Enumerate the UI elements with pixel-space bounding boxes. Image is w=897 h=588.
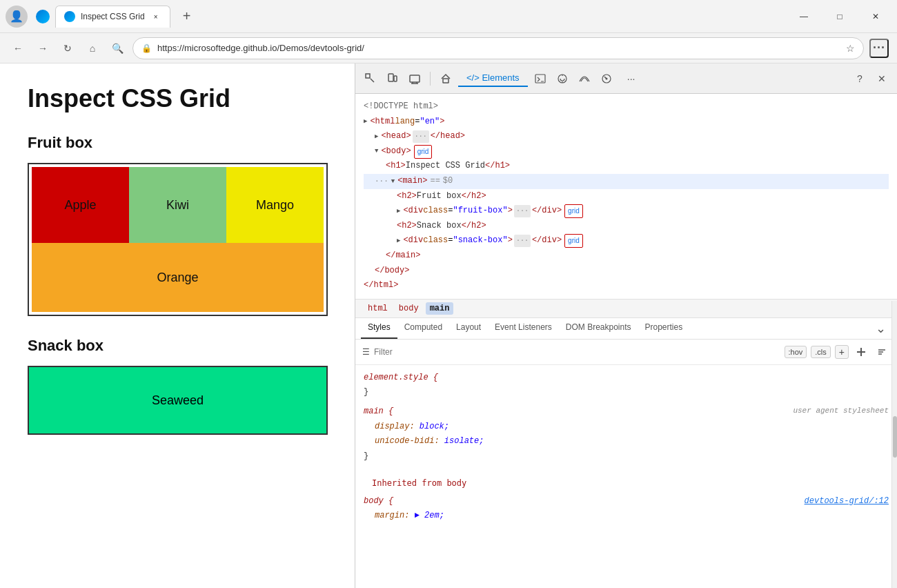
performance-tab-button[interactable]	[597, 69, 616, 88]
tab-close-button[interactable]: ×	[150, 11, 161, 22]
mango-item: Mango	[226, 167, 324, 243]
window-controls: — □ ✕	[788, 6, 891, 28]
svg-rect-1	[388, 74, 393, 81]
sources-tab-button[interactable]	[553, 69, 572, 88]
minimize-button[interactable]: —	[788, 6, 820, 28]
more-options-button[interactable]: ···	[869, 39, 889, 58]
devtools-toolbar: </> Elements ··· ? ✕	[355, 63, 897, 94]
properties-tab[interactable]: Properties	[638, 318, 690, 339]
collapse-icon[interactable]: ▶	[375, 131, 378, 142]
home-devtools-button[interactable]	[436, 69, 455, 88]
body-rule: body { devtools-grid/:12 margin: ► 2em;	[364, 494, 889, 524]
dom-doctype: <!DOCTYPE html>	[364, 99, 889, 115]
collapse-icon[interactable]: ▼	[391, 176, 395, 187]
device-emulation-button[interactable]	[383, 69, 402, 88]
snack-grid: Seaweed	[28, 366, 328, 435]
fruit-grid-badge[interactable]: grid	[564, 204, 583, 218]
back-button[interactable]: ←	[8, 39, 28, 58]
help-button[interactable]: ?	[850, 69, 869, 88]
toggle-element-state-button[interactable]	[874, 344, 890, 360]
console-tab-button[interactable]	[531, 69, 550, 88]
tab-title: Inspect CSS Grid	[81, 12, 145, 21]
screencast-button[interactable]	[405, 69, 424, 88]
styles-tab[interactable]: Styles	[361, 318, 397, 339]
page-title: Inspect CSS Grid	[28, 84, 327, 113]
close-devtools-button[interactable]: ✕	[872, 69, 891, 88]
user-agent-rule: main { user agent stylesheet display: bl…	[364, 404, 889, 464]
new-tab-button[interactable]: +	[176, 6, 198, 28]
browser-tab[interactable]: Inspect CSS Grid ×	[55, 6, 170, 28]
forward-button[interactable]: →	[33, 39, 52, 58]
dom-head[interactable]: ▶ <head> ··· </head>	[364, 129, 889, 144]
snack-grid-badge[interactable]: grid	[564, 234, 583, 248]
home-button[interactable]: ⌂	[83, 39, 102, 58]
webpage-panel: Inspect CSS Grid Fruit box Apple Kiwi Ma…	[0, 63, 355, 588]
filter-icon: ☰	[362, 347, 370, 357]
address-bar: ← → ↻ ⌂ 🔍 🔒 https://microsoftedge.github…	[0, 33, 897, 63]
styles-panel: element.style { } main { user agent styl…	[355, 365, 897, 588]
new-style-rule-button[interactable]	[853, 344, 869, 360]
element-style-selector: element.style {	[364, 371, 889, 386]
svg-rect-2	[394, 76, 397, 81]
dom-h2-fruit[interactable]: <h2> Fruit box </h2>	[364, 189, 889, 204]
toolbar-divider	[430, 72, 431, 86]
cls-button[interactable]: .cls	[811, 346, 831, 358]
inherited-from-label: Inherited from body	[364, 473, 889, 494]
styles-tabs: Styles Computed Layout Event Listeners D…	[355, 318, 897, 340]
breadcrumb-html[interactable]: html	[364, 302, 392, 315]
dom-fruit-box[interactable]: ▶ <div class="fruit-box" > ··· </div> gr…	[364, 204, 889, 219]
breadcrumb-bar: html body main	[355, 300, 897, 318]
network-tab-button[interactable]	[575, 69, 594, 88]
title-bar: 👤 Inspect CSS Grid × + — □ ✕	[0, 0, 897, 33]
body-rule-link[interactable]: devtools-grid/:12	[805, 494, 889, 509]
scrollbar-thumb[interactable]	[893, 416, 897, 458]
collapse-icon[interactable]: ▼	[375, 146, 378, 157]
elements-tab[interactable]: </> Elements	[458, 70, 528, 87]
collapse-icon[interactable]: ▶	[397, 235, 400, 246]
inherited-body-link[interactable]: body	[446, 478, 466, 488]
seaweed-item: Seaweed	[29, 367, 326, 433]
dom-h1[interactable]: <h1> Inspect CSS Grid </h1>	[364, 159, 889, 174]
collapse-icon[interactable]: ▶	[364, 116, 367, 127]
computed-tab[interactable]: Computed	[397, 318, 449, 339]
filter-input[interactable]	[374, 347, 780, 357]
refresh-button[interactable]: ↻	[58, 39, 77, 58]
dom-html[interactable]: ▶ <html lang="en" >	[364, 115, 889, 130]
lock-icon: 🔒	[141, 43, 152, 53]
browser-favicon	[36, 10, 50, 23]
svg-rect-10	[860, 348, 862, 356]
user-avatar: 👤	[6, 6, 28, 28]
svg-point-8	[605, 77, 607, 79]
dom-tree: <!DOCTYPE html> ▶ <html lang="en" > ▶ <h…	[355, 94, 897, 300]
event-listeners-tab[interactable]: Event Listeners	[488, 318, 559, 339]
pseudo-hov-button[interactable]: :hov	[785, 346, 807, 358]
inspect-element-button[interactable]	[361, 69, 380, 88]
snack-box-heading: Snack box	[28, 337, 327, 355]
kiwi-item: Kiwi	[129, 167, 226, 243]
search-button[interactable]: 🔍	[108, 39, 127, 58]
collapse-icon[interactable]: ▶	[397, 206, 400, 217]
maximize-button[interactable]: □	[824, 6, 856, 28]
add-style-button[interactable]: +	[835, 345, 849, 359]
breadcrumb-body[interactable]: body	[395, 302, 423, 315]
more-tabs-button[interactable]: ···	[622, 69, 641, 88]
dom-h2-snack[interactable]: <h2> Snack box </h2>	[364, 219, 889, 234]
tab-favicon	[64, 11, 75, 22]
breadcrumb-main[interactable]: main	[426, 302, 454, 315]
browser-content: Inspect CSS Grid Fruit box Apple Kiwi Ma…	[0, 63, 897, 588]
url-bar[interactable]: 🔒 https://microsoftedge.github.io/Demos/…	[132, 37, 864, 59]
filter-bar: ☰ :hov .cls +	[355, 340, 897, 365]
expand-styles-button[interactable]: ⌄	[870, 318, 891, 339]
body-grid-badge[interactable]: grid	[414, 145, 433, 159]
dom-main[interactable]: ··· ▼ <main> == $0	[364, 174, 889, 189]
layout-tab[interactable]: Layout	[449, 318, 488, 339]
close-button[interactable]: ✕	[860, 6, 891, 28]
orange-item: Orange	[32, 243, 324, 312]
dom-snack-box[interactable]: ▶ <div class="snack-box" > ··· </div> gr…	[364, 233, 889, 248]
dom-breakpoints-tab[interactable]: DOM Breakpoints	[559, 318, 638, 339]
dom-body[interactable]: ▼ <body> grid	[364, 144, 889, 159]
svg-rect-3	[410, 75, 420, 82]
url-text: https://microsoftedge.github.io/Demos/de…	[157, 43, 840, 53]
devtools-inner: <!DOCTYPE html> ▶ <html lang="en" > ▶ <h…	[355, 94, 897, 588]
favorite-icon[interactable]: ☆	[846, 43, 855, 54]
